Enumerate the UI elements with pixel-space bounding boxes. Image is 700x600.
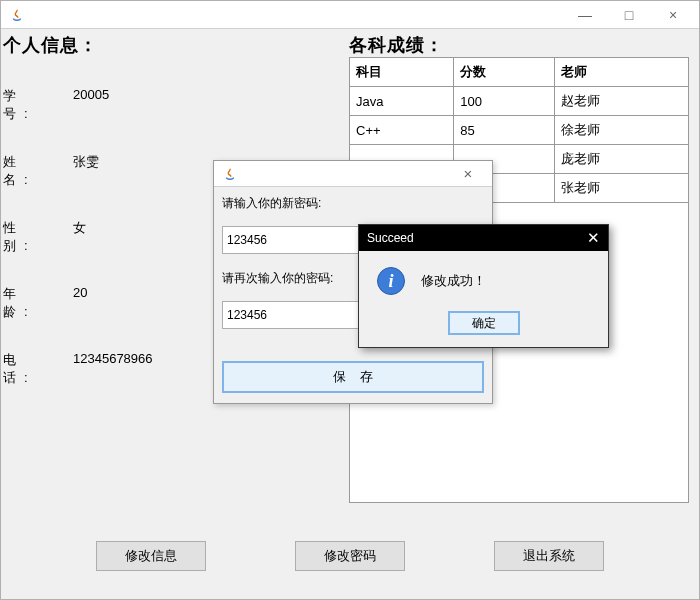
personal-info-title: 个人信息： bbox=[3, 33, 343, 57]
value-name: 张雯 bbox=[73, 153, 99, 189]
save-password-button[interactable]: 保存 bbox=[222, 361, 484, 393]
close-button[interactable]: × bbox=[651, 1, 695, 29]
java-icon bbox=[9, 7, 25, 23]
table-header-row: 科目 分数 老师 bbox=[350, 58, 689, 87]
ok-button[interactable]: 确定 bbox=[448, 311, 520, 335]
info-icon: i bbox=[377, 267, 405, 295]
modify-password-button[interactable]: 修改密码 bbox=[295, 541, 405, 571]
col-teacher: 老师 bbox=[554, 58, 688, 87]
succeed-close-button[interactable]: ✕ bbox=[587, 229, 600, 247]
new-password-label: 请输入你的新密码: bbox=[222, 195, 484, 212]
col-subject: 科目 bbox=[350, 58, 454, 87]
info-row-id: 学 号: 20005 bbox=[3, 87, 343, 123]
password-dialog-close-button[interactable]: × bbox=[448, 165, 488, 182]
label-id: 学 号: bbox=[3, 87, 73, 123]
exit-system-button[interactable]: 退出系统 bbox=[494, 541, 604, 571]
minimize-button[interactable]: — bbox=[563, 1, 607, 29]
table-row[interactable]: C++ 85 徐老师 bbox=[350, 116, 689, 145]
window-controls: — □ × bbox=[563, 1, 695, 29]
maximize-button[interactable]: □ bbox=[607, 1, 651, 29]
modify-info-button[interactable]: 修改信息 bbox=[96, 541, 206, 571]
value-age: 20 bbox=[73, 285, 87, 321]
col-score: 分数 bbox=[454, 58, 555, 87]
succeed-message: 修改成功！ bbox=[421, 272, 486, 290]
succeed-dialog: Succeed ✕ i 修改成功！ 确定 bbox=[358, 224, 609, 348]
value-gender: 女 bbox=[73, 219, 86, 255]
java-icon bbox=[222, 166, 238, 182]
bottom-buttons: 修改信息 修改密码 退出系统 bbox=[1, 541, 699, 571]
label-phone: 电 话: bbox=[3, 351, 73, 387]
succeed-title: Succeed bbox=[367, 231, 414, 245]
value-phone: 12345678966 bbox=[73, 351, 153, 387]
label-gender: 性 别: bbox=[3, 219, 73, 255]
label-age: 年 龄: bbox=[3, 285, 73, 321]
label-name: 姓 名: bbox=[3, 153, 73, 189]
succeed-titlebar[interactable]: Succeed ✕ bbox=[359, 225, 608, 251]
value-id: 20005 bbox=[73, 87, 109, 123]
main-titlebar[interactable]: — □ × bbox=[1, 1, 699, 29]
grades-title: 各科成绩： bbox=[349, 33, 689, 57]
table-row[interactable]: Java 100 赵老师 bbox=[350, 87, 689, 116]
password-dialog-titlebar[interactable]: × bbox=[214, 161, 492, 187]
